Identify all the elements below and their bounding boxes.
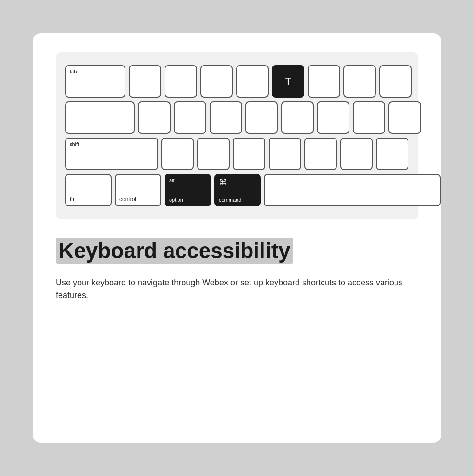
key-command-symbol: ⌘ (219, 178, 227, 188)
page-title: Keyboard accessibility (59, 238, 290, 263)
key-j (353, 101, 385, 134)
key-f (245, 101, 278, 134)
key-a (138, 101, 171, 134)
key-s (174, 101, 206, 134)
key-command: ⌘ command (214, 174, 261, 206)
key-g (281, 101, 314, 134)
key-option-label: option (169, 197, 183, 203)
key-c (233, 138, 265, 170)
key-option: alt option (165, 174, 211, 206)
key-m (376, 138, 408, 170)
key-row-3: shift (65, 138, 408, 170)
key-tab: tab (65, 65, 125, 98)
key-t-label: T (285, 75, 291, 87)
key-x (197, 138, 230, 170)
key-row-4: fn control alt option ⌘ command (65, 174, 441, 206)
key-shift: shift (65, 138, 158, 170)
info-section: Keyboard accessibility Use your keyboard… (56, 233, 418, 302)
key-option-alt-label: alt (169, 178, 175, 183)
keyboard-illustration: tab T (56, 52, 418, 219)
key-spacebar (264, 174, 441, 206)
key-control-label: control (119, 196, 136, 203)
key-v (269, 138, 301, 170)
key-h (317, 101, 349, 134)
title-highlight: Keyboard accessibility (56, 238, 293, 264)
key-k (388, 101, 421, 134)
key-row-1: tab T (65, 65, 412, 98)
key-e (200, 65, 233, 98)
key-fn: fn (65, 174, 112, 206)
key-w (165, 65, 197, 98)
page-description: Use your keyboard to navigate through We… (56, 277, 409, 302)
key-t: T (272, 65, 304, 98)
key-capslock (65, 101, 135, 134)
key-d (210, 101, 242, 134)
key-control: control (115, 174, 161, 206)
key-fn-label: fn (70, 196, 74, 203)
key-u (343, 65, 376, 98)
key-r (236, 65, 269, 98)
key-tab-label: tab (70, 69, 77, 74)
key-i (379, 65, 412, 98)
key-command-label: command (219, 197, 241, 203)
key-y (308, 65, 340, 98)
main-card: tab T (33, 33, 441, 443)
key-n (340, 138, 373, 170)
key-row-2 (65, 101, 421, 134)
key-shift-label: shift (70, 141, 79, 147)
key-q (129, 65, 161, 98)
key-b (304, 138, 337, 170)
key-z (161, 138, 194, 170)
keyboard: tab T (65, 65, 409, 206)
